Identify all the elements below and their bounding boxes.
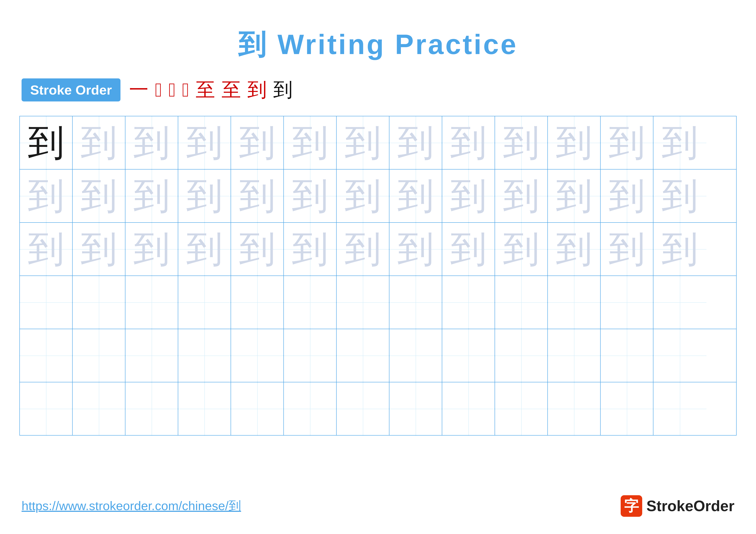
grid-cell-r1c7[interactable]: 到 xyxy=(337,116,390,169)
grid-cell-r4c1[interactable] xyxy=(20,276,73,329)
grid-cell-r1c9[interactable]: 到 xyxy=(442,116,495,169)
grid-cell-r6c9[interactable] xyxy=(442,382,495,435)
grid-cell-r1c1[interactable]: 到 xyxy=(20,116,73,169)
stroke-order-badge: Stroke Order xyxy=(21,78,121,101)
grid-cell-r4c13[interactable] xyxy=(653,276,706,329)
grid-cell-r4c4[interactable] xyxy=(178,276,231,329)
grid-cell-r2c8[interactable]: 到 xyxy=(390,169,442,222)
grid-cell-r1c11[interactable]: 到 xyxy=(548,116,601,169)
grid-row-1: 到 到 到 到 到 到 到 到 到 到 到 到 到 xyxy=(20,116,736,169)
char-display: 到 xyxy=(133,124,170,161)
grid-cell-r2c7[interactable]: 到 xyxy=(337,169,390,222)
grid-cell-r4c3[interactable] xyxy=(125,276,178,329)
grid-cell-r6c12[interactable] xyxy=(601,382,653,435)
grid-cell-r5c7[interactable] xyxy=(337,329,390,382)
grid-cell-r6c1[interactable] xyxy=(20,382,73,435)
grid-cell-r1c6[interactable]: 到 xyxy=(284,116,337,169)
grid-cell-r5c11[interactable] xyxy=(548,329,601,382)
grid-cell-r3c1[interactable]: 到 xyxy=(20,223,73,275)
grid-cell-r2c5[interactable]: 到 xyxy=(231,169,284,222)
grid-cell-r1c4[interactable]: 到 xyxy=(178,116,231,169)
grid-cell-r3c11[interactable]: 到 xyxy=(548,223,601,275)
grid-cell-r1c2[interactable]: 到 xyxy=(73,116,125,169)
grid-cell-r3c5[interactable]: 到 xyxy=(231,223,284,275)
grid-cell-r2c3[interactable]: 到 xyxy=(125,169,178,222)
grid-cell-r2c11[interactable]: 到 xyxy=(548,169,601,222)
grid-cell-r6c2[interactable] xyxy=(73,382,125,435)
char-display: 到 xyxy=(397,231,434,267)
grid-cell-r2c4[interactable]: 到 xyxy=(178,169,231,222)
grid-cell-r5c10[interactable] xyxy=(495,329,548,382)
grid-cell-r2c2[interactable]: 到 xyxy=(73,169,125,222)
stroke-steps: 一 𠃋 𠃋 𠃌 至 至 到 到 xyxy=(129,77,293,103)
char-display: 到 xyxy=(292,231,328,267)
grid-cell-r5c2[interactable] xyxy=(73,329,125,382)
footer-url[interactable]: https://www.strokeorder.com/chinese/到 xyxy=(21,497,241,514)
char-display: 到 xyxy=(81,124,117,161)
grid-cell-r3c12[interactable]: 到 xyxy=(601,223,653,275)
grid-cell-r1c8[interactable]: 到 xyxy=(390,116,442,169)
grid-cell-r3c10[interactable]: 到 xyxy=(495,223,548,275)
stroke-step-3: 𠃋 xyxy=(169,79,176,101)
grid-cell-r5c6[interactable] xyxy=(284,329,337,382)
char-display: 到 xyxy=(345,178,381,214)
grid-cell-r4c11[interactable] xyxy=(548,276,601,329)
grid-cell-r3c8[interactable]: 到 xyxy=(390,223,442,275)
grid-cell-r6c13[interactable] xyxy=(653,382,706,435)
logo-icon: 字 xyxy=(621,495,642,517)
grid-cell-r4c2[interactable] xyxy=(73,276,125,329)
grid-cell-r1c10[interactable]: 到 xyxy=(495,116,548,169)
grid-cell-r1c12[interactable]: 到 xyxy=(601,116,653,169)
grid-cell-r5c5[interactable] xyxy=(231,329,284,382)
grid-cell-r3c3[interactable]: 到 xyxy=(125,223,178,275)
char-display: 到 xyxy=(662,231,698,267)
grid-cell-r4c12[interactable] xyxy=(601,276,653,329)
grid-cell-r3c7[interactable]: 到 xyxy=(337,223,390,275)
char-display: 到 xyxy=(292,178,328,214)
char-display: 到 xyxy=(345,124,381,161)
grid-cell-r3c13[interactable]: 到 xyxy=(653,223,706,275)
grid-cell-r3c4[interactable]: 到 xyxy=(178,223,231,275)
grid-cell-r6c4[interactable] xyxy=(178,382,231,435)
grid-cell-r4c5[interactable] xyxy=(231,276,284,329)
grid-cell-r6c5[interactable] xyxy=(231,382,284,435)
grid-cell-r6c10[interactable] xyxy=(495,382,548,435)
grid-cell-r5c13[interactable] xyxy=(653,329,706,382)
grid-cell-r4c6[interactable] xyxy=(284,276,337,329)
stroke-step-7: 到 xyxy=(247,77,267,103)
grid-cell-r4c7[interactable] xyxy=(337,276,390,329)
grid-cell-r4c9[interactable] xyxy=(442,276,495,329)
grid-cell-r5c8[interactable] xyxy=(390,329,442,382)
grid-cell-r6c8[interactable] xyxy=(390,382,442,435)
char-display: 到 xyxy=(450,124,487,161)
grid-cell-r6c7[interactable] xyxy=(337,382,390,435)
char-display: 到 xyxy=(556,124,592,161)
stroke-step-2: 𠃋 xyxy=(155,79,162,101)
grid-cell-r2c13[interactable]: 到 xyxy=(653,169,706,222)
grid-cell-r5c3[interactable] xyxy=(125,329,178,382)
grid-cell-r6c11[interactable] xyxy=(548,382,601,435)
char-display: 到 xyxy=(397,124,434,161)
char-display: 到 xyxy=(133,231,170,267)
grid-cell-r1c13[interactable]: 到 xyxy=(653,116,706,169)
grid-cell-r3c6[interactable]: 到 xyxy=(284,223,337,275)
grid-cell-r1c3[interactable]: 到 xyxy=(125,116,178,169)
stroke-step-6: 至 xyxy=(222,77,241,103)
grid-cell-r3c2[interactable]: 到 xyxy=(73,223,125,275)
grid-cell-r2c1[interactable]: 到 xyxy=(20,169,73,222)
grid-cell-r1c5[interactable]: 到 xyxy=(231,116,284,169)
grid-cell-r2c9[interactable]: 到 xyxy=(442,169,495,222)
grid-cell-r2c12[interactable]: 到 xyxy=(601,169,653,222)
grid-cell-r5c4[interactable] xyxy=(178,329,231,382)
grid-cell-r5c12[interactable] xyxy=(601,329,653,382)
grid-cell-r6c3[interactable] xyxy=(125,382,178,435)
grid-cell-r5c1[interactable] xyxy=(20,329,73,382)
grid-cell-r6c6[interactable] xyxy=(284,382,337,435)
grid-cell-r2c10[interactable]: 到 xyxy=(495,169,548,222)
grid-cell-r3c9[interactable]: 到 xyxy=(442,223,495,275)
page-title: 到 Writing Practice xyxy=(0,0,756,64)
grid-cell-r5c9[interactable] xyxy=(442,329,495,382)
grid-cell-r4c10[interactable] xyxy=(495,276,548,329)
grid-cell-r2c6[interactable]: 到 xyxy=(284,169,337,222)
grid-cell-r4c8[interactable] xyxy=(390,276,442,329)
